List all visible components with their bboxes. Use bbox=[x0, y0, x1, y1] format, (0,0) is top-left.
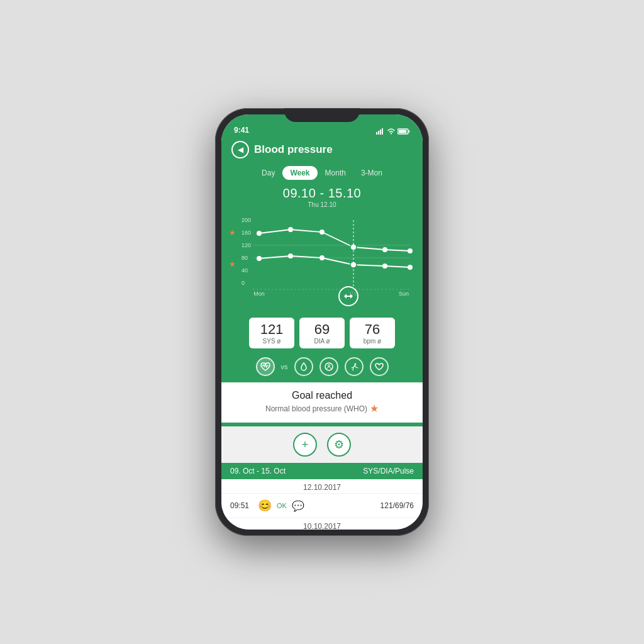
heart-icon bbox=[375, 363, 384, 370]
status-icons bbox=[376, 128, 410, 135]
entry-time: 09:51 bbox=[230, 501, 253, 510]
svg-rect-0 bbox=[376, 132, 377, 135]
svg-point-36 bbox=[354, 364, 356, 365]
svg-point-21 bbox=[408, 248, 413, 253]
heart-pulse-icon bbox=[260, 362, 270, 371]
goal-subtitle: Normal blood pressure (WHO) ★ bbox=[231, 402, 413, 414]
action-row: + ⚙ bbox=[221, 426, 423, 463]
phone-frame: 9:41 bbox=[215, 108, 429, 536]
stat-bpm-label: bpm ø bbox=[360, 338, 385, 345]
svg-text:120: 120 bbox=[242, 242, 251, 248]
chart-cursor-button[interactable] bbox=[338, 286, 358, 306]
chart-area: 09.10 - 15.10 Thu 12.10 ★ ★ 200 160 120 … bbox=[221, 184, 423, 311]
svg-rect-1 bbox=[378, 131, 379, 135]
tabs-bar: Day Week Month 3-Mon bbox=[221, 164, 423, 184]
status-time: 9:41 bbox=[234, 126, 249, 135]
entry-message-icon: 💬 bbox=[292, 500, 304, 512]
add-icon: + bbox=[302, 438, 309, 452]
goal-star-icon: ★ bbox=[370, 402, 379, 414]
svg-point-27 bbox=[408, 265, 413, 270]
svg-point-35 bbox=[328, 365, 330, 367]
signal-icon bbox=[376, 128, 385, 135]
svg-point-16 bbox=[257, 231, 262, 236]
goal-subtitle-text: Normal blood pressure (WHO) bbox=[265, 404, 367, 413]
list-header: 09. Oct - 15. Oct SYS/DIA/Pulse bbox=[221, 463, 423, 479]
svg-rect-7 bbox=[409, 131, 410, 133]
date-group-1: 12.10.2017 bbox=[221, 479, 423, 494]
svg-text:0: 0 bbox=[242, 280, 245, 286]
run-icon bbox=[350, 362, 358, 371]
svg-text:40: 40 bbox=[242, 267, 248, 274]
vs-label: vs bbox=[281, 363, 288, 370]
svg-point-17 bbox=[288, 227, 293, 232]
svg-point-24 bbox=[319, 255, 325, 260]
svg-point-23 bbox=[288, 253, 293, 258]
cursor-arrows-icon bbox=[344, 293, 353, 299]
svg-text:Sun: Sun bbox=[399, 291, 409, 297]
svg-point-20 bbox=[382, 247, 387, 252]
chart-svg: 200 160 120 80 40 0 bbox=[228, 211, 416, 311]
page-title: Blood pressure bbox=[254, 143, 333, 156]
stat-bpm-value: 76 bbox=[360, 321, 385, 338]
entry-ok-label: OK bbox=[277, 502, 287, 509]
stat-sys-label: SYS ø bbox=[259, 338, 284, 345]
run-icon-btn[interactable] bbox=[345, 357, 364, 376]
settings-icon: ⚙ bbox=[334, 438, 344, 452]
svg-marker-33 bbox=[344, 294, 353, 299]
heart-pulse-icon-btn[interactable] bbox=[256, 357, 275, 376]
stat-sys: 121 SYS ø bbox=[249, 318, 294, 348]
wifi-icon bbox=[387, 128, 395, 135]
drop-icon bbox=[300, 362, 308, 371]
entry-bp-values: 121/69/76 bbox=[380, 501, 414, 510]
stat-dia-value: 69 bbox=[309, 321, 335, 338]
svg-text:160: 160 bbox=[242, 230, 251, 236]
svg-rect-6 bbox=[399, 130, 407, 133]
weight-icon bbox=[325, 362, 333, 371]
star-top-icon: ★ bbox=[229, 228, 236, 237]
chart-container: ★ ★ 200 160 120 80 40 0 bbox=[228, 211, 416, 311]
goal-section: Goal reached Normal blood pressure (WHO)… bbox=[221, 382, 423, 423]
stat-dia-label: DIA ø bbox=[309, 338, 335, 345]
back-button[interactable]: ◀ bbox=[231, 141, 249, 158]
svg-rect-3 bbox=[382, 128, 383, 135]
tab-day[interactable]: Day bbox=[254, 166, 282, 180]
metric-icons-row: vs bbox=[221, 353, 423, 382]
svg-rect-2 bbox=[380, 130, 381, 135]
svg-point-26 bbox=[382, 264, 387, 269]
svg-text:80: 80 bbox=[242, 255, 248, 261]
drop-icon-btn[interactable] bbox=[294, 357, 313, 376]
list-date-range: 09. Oct - 15. Oct bbox=[230, 467, 286, 475]
svg-point-4 bbox=[391, 133, 392, 135]
svg-text:Mon: Mon bbox=[253, 291, 265, 297]
svg-point-22 bbox=[257, 256, 262, 261]
svg-point-18 bbox=[319, 230, 325, 235]
add-entry-button[interactable]: + bbox=[293, 433, 317, 457]
date-group-2: 10.10.2017 bbox=[221, 518, 423, 530]
list-area: 12.10.2017 09:51 😊 OK 💬 121/69/76 10.10.… bbox=[221, 479, 423, 530]
entry-mood-icon: 😊 bbox=[258, 499, 272, 513]
tab-week[interactable]: Week bbox=[282, 166, 317, 180]
svg-text:200: 200 bbox=[242, 217, 251, 223]
phone-screen: 9:41 bbox=[221, 114, 423, 530]
star-bot-icon: ★ bbox=[229, 260, 236, 269]
heart-icon-btn[interactable] bbox=[370, 357, 389, 376]
stat-sys-value: 121 bbox=[259, 321, 284, 338]
notch bbox=[284, 108, 360, 122]
settings-button[interactable]: ⚙ bbox=[327, 433, 351, 457]
back-icon: ◀ bbox=[238, 145, 243, 154]
tab-month[interactable]: Month bbox=[318, 166, 353, 180]
stat-dia: 69 DIA ø bbox=[299, 318, 345, 348]
date-range: 09.10 - 15.10 bbox=[221, 186, 423, 201]
list-item[interactable]: 09:51 😊 OK 💬 121/69/76 bbox=[221, 494, 423, 518]
stat-bpm: 76 bpm ø bbox=[350, 318, 395, 348]
battery-icon bbox=[397, 128, 410, 135]
date-sub: Thu 12.10 bbox=[221, 201, 423, 208]
goal-title: Goal reached bbox=[231, 390, 413, 401]
tab-3mon[interactable]: 3-Mon bbox=[353, 166, 390, 180]
app-header: ◀ Blood pressure bbox=[221, 137, 423, 164]
weight-icon-btn[interactable] bbox=[319, 357, 338, 376]
stats-row: 121 SYS ø 69 DIA ø 76 bpm ø bbox=[221, 311, 423, 353]
list-columns-label: SYS/DIA/Pulse bbox=[363, 467, 414, 475]
